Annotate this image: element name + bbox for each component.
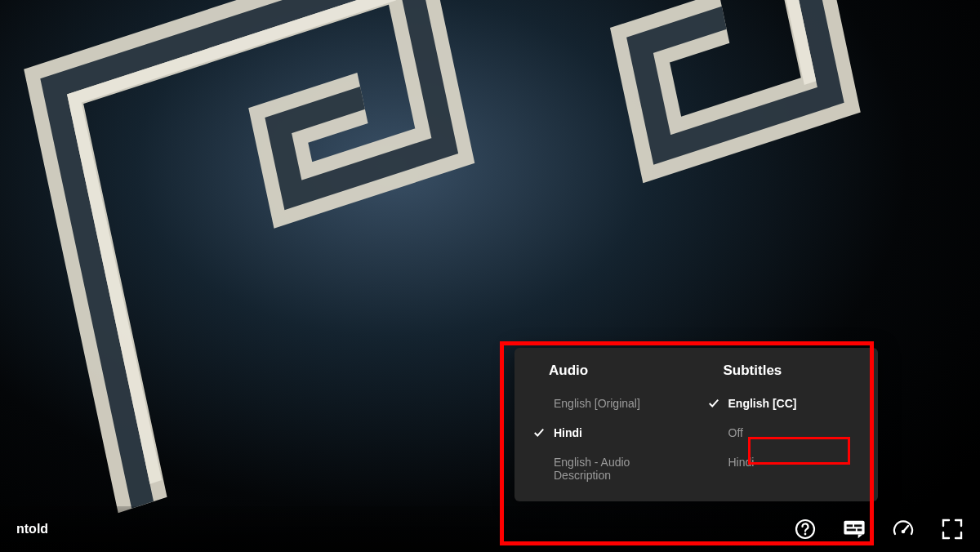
audio-heading: Audio bbox=[526, 363, 693, 389]
right-controls-group bbox=[794, 518, 964, 541]
speedometer-icon bbox=[892, 518, 915, 541]
audio-column: Audio English [Original] Hindi English -… bbox=[526, 363, 693, 490]
subtitle-option-label: English [CC] bbox=[728, 397, 797, 410]
svg-rect-4 bbox=[854, 524, 862, 527]
playback-speed-button[interactable] bbox=[892, 518, 915, 541]
help-button[interactable] bbox=[794, 518, 817, 541]
svg-rect-5 bbox=[847, 529, 856, 532]
audio-option-label: Hindi bbox=[554, 426, 582, 439]
svg-rect-6 bbox=[858, 529, 862, 532]
fullscreen-button[interactable] bbox=[941, 518, 964, 541]
help-icon bbox=[794, 518, 817, 541]
audio-option[interactable]: English [Original] bbox=[526, 389, 693, 418]
audio-option-label: English [Original] bbox=[554, 397, 640, 410]
video-player: Audio English [Original] Hindi English -… bbox=[0, 0, 980, 552]
check-icon bbox=[532, 426, 546, 439]
svg-point-1 bbox=[804, 533, 807, 536]
audio-option[interactable]: Hindi bbox=[526, 418, 693, 447]
subtitles-heading: Subtitles bbox=[701, 363, 867, 389]
subtitle-option-label: Hindi bbox=[728, 456, 755, 469]
check-icon bbox=[532, 462, 546, 475]
svg-line-8 bbox=[903, 526, 908, 532]
subtitles-column: Subtitles English [CC] Off Hindi bbox=[701, 363, 867, 490]
fullscreen-icon bbox=[941, 518, 964, 541]
subtitle-option[interactable]: Hindi bbox=[701, 447, 867, 477]
audio-option-label: English - Audio Description bbox=[554, 456, 686, 482]
svg-rect-3 bbox=[847, 524, 853, 527]
subtitles-icon bbox=[843, 518, 866, 541]
svg-rect-2 bbox=[844, 521, 864, 535]
check-icon bbox=[532, 397, 546, 410]
check-icon bbox=[707, 397, 720, 410]
video-title: ntold bbox=[16, 522, 48, 536]
audio-subtitles-button[interactable] bbox=[843, 518, 866, 541]
check-icon bbox=[707, 426, 720, 439]
check-icon bbox=[707, 456, 720, 469]
subtitle-option[interactable]: Off bbox=[701, 418, 867, 447]
audio-subtitles-panel: Audio English [Original] Hindi English -… bbox=[514, 348, 878, 501]
subtitle-option[interactable]: English [CC] bbox=[701, 389, 867, 418]
subtitle-option-label: Off bbox=[728, 426, 743, 439]
audio-option[interactable]: English - Audio Description bbox=[526, 447, 693, 490]
player-controls-bar: ntold bbox=[0, 506, 980, 552]
